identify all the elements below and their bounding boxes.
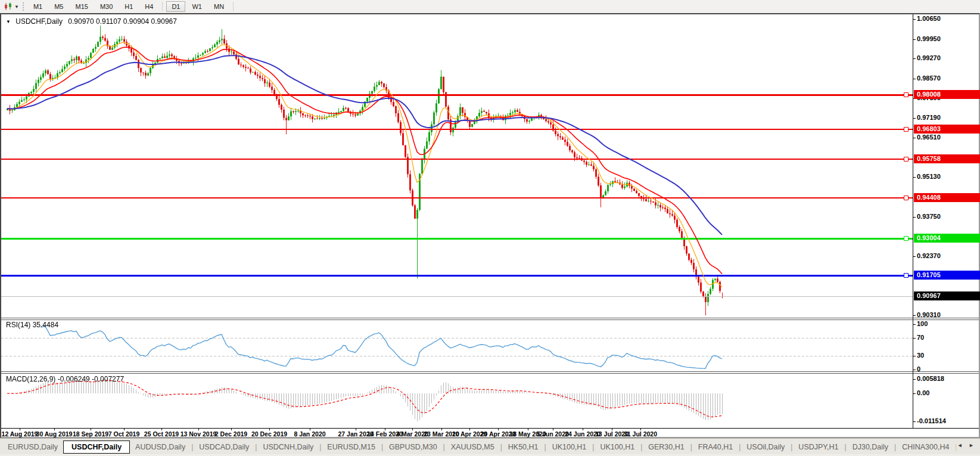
rsi-tick-label: 70 xyxy=(917,334,924,341)
level-price-label[interactable]: 0.96803 xyxy=(914,125,980,134)
chart-tab-usdchf-daily[interactable]: USDCHF,Daily xyxy=(63,441,130,454)
price-axis-line[interactable] xyxy=(913,14,913,428)
symbol-dropdown-icon[interactable]: ▼ xyxy=(6,19,11,24)
chart-tab-usdjpy-h1[interactable]: USDJPY,H1 xyxy=(793,441,844,453)
price-tick-label: 0.97190 xyxy=(917,114,941,121)
tab-scroll-arrows-icon[interactable]: ◄ ► xyxy=(957,442,976,448)
chart-tab-usdcnh-daily[interactable]: USDCNH,Daily xyxy=(257,441,319,453)
price-tick-label: 1.00650 xyxy=(917,15,941,22)
date-tick xyxy=(161,428,162,430)
date-tick xyxy=(469,428,470,430)
macd-tick-label: 0.005818 xyxy=(917,375,944,382)
level-price-label[interactable]: 0.91705 xyxy=(914,271,980,280)
axis-tick xyxy=(913,118,916,119)
toolbar-separator xyxy=(162,2,163,11)
date-tick xyxy=(553,428,553,430)
date-label: 2 Dec 2019 xyxy=(215,430,247,438)
candlestick-icon xyxy=(4,2,13,11)
chart-tab-eurusd-daily[interactable]: EURUSD,Daily xyxy=(2,441,63,453)
chart-tab-gbpusd-m30[interactable]: GBPUSD,M30 xyxy=(384,441,443,453)
timeframe-button-m30[interactable]: M30 xyxy=(95,1,118,12)
timeframe-button-d1[interactable]: D1 xyxy=(166,1,185,12)
timeframe-button-m5[interactable]: M5 xyxy=(49,1,69,12)
chart-window: ▼ USDCHF,Daily 0.90970 0.91107 0.90904 0… xyxy=(0,13,980,438)
date-label: 13 Nov 2019 xyxy=(181,430,217,438)
axis-tick xyxy=(913,256,916,257)
pane-separator-rsi[interactable] xyxy=(1,318,979,320)
axis-tick xyxy=(913,421,916,422)
date-tick xyxy=(385,428,385,430)
axis-tick xyxy=(913,370,916,370)
date-label: 7 Oct 2019 xyxy=(108,430,140,438)
axis-tick xyxy=(913,324,916,325)
chart-tab-uk100-h1[interactable]: UK100,H1 xyxy=(547,441,592,453)
date-tick xyxy=(640,428,641,430)
date-label: 5 Jun 2020 xyxy=(537,430,569,438)
tab-separator: | xyxy=(954,443,956,451)
price-chart-canvas[interactable] xyxy=(1,14,913,428)
timeframe-button-m1[interactable]: M1 xyxy=(28,1,48,12)
date-tick xyxy=(198,428,199,430)
rsi-label: RSI(14) 35.4484 xyxy=(6,321,58,329)
date-tick xyxy=(356,428,356,430)
chart-type-icon[interactable] xyxy=(2,2,14,11)
axis-tick xyxy=(913,138,916,138)
chart-tab-uk100-h1[interactable]: UK100,H1 xyxy=(595,441,640,453)
rsi-tick-label: 30 xyxy=(917,352,924,359)
macd-label: MACD(12,26,9) -0.006249 -0.007277 xyxy=(6,375,124,383)
axis-tick xyxy=(913,177,916,178)
level-price-label[interactable]: 0.93004 xyxy=(914,234,980,243)
level-price-label[interactable]: 0.95758 xyxy=(914,154,980,163)
timeframe-button-h4[interactable]: H4 xyxy=(139,1,158,12)
date-tick xyxy=(231,428,232,430)
axis-tick xyxy=(913,338,916,339)
toolbar-grip[interactable] xyxy=(23,2,24,11)
chart-tab-ger30-h1[interactable]: GER30,H1 xyxy=(643,441,689,453)
price-tick-label: 0.99270 xyxy=(917,54,941,61)
chart-tab-eurusd-m15[interactable]: EURUSD,M15 xyxy=(322,441,381,453)
price-tick-label: 0.93750 xyxy=(917,213,941,220)
date-tick xyxy=(269,428,270,430)
axis-tick xyxy=(913,39,916,40)
chart-title: ▼ USDCHF,Daily 0.90970 0.91107 0.90904 0… xyxy=(6,17,177,26)
mt4-window: ▼ M1M5M15M30H1H4D1W1MN ▼ USDCHF,Daily 0.… xyxy=(0,0,980,456)
chart-tab-usoil-daily[interactable]: USOil,Daily xyxy=(741,441,790,453)
timeframe-buttons: M1M5M15M30H1H4D1W1MN xyxy=(27,0,237,13)
price-tick-label: 0.99950 xyxy=(917,35,941,42)
date-tick xyxy=(124,428,125,430)
chart-tab-bar: EURUSD,DailyUSDCHF,DailyAUDUSD,Daily|USD… xyxy=(0,438,980,456)
price-tick-label: 0.95130 xyxy=(917,173,941,180)
date-tick xyxy=(612,428,612,430)
axis-tick xyxy=(913,315,916,316)
timeframe-button-w1[interactable]: W1 xyxy=(186,1,207,12)
date-label: 20 Dec 2019 xyxy=(251,430,287,438)
chart-symbol: USDCHF,Daily xyxy=(15,17,63,26)
level-price-label[interactable]: 0.94408 xyxy=(914,193,980,202)
chart-tab-xauusd-m5[interactable]: XAUUSD,M5 xyxy=(446,441,500,453)
chart-tab-china300-h4[interactable]: CHINA300,H4 xyxy=(897,441,954,453)
chart-type-dropdown-icon[interactable]: ▼ xyxy=(14,4,19,10)
price-tick-label: 0.96510 xyxy=(917,134,941,141)
level-price-label[interactable]: 0.98008 xyxy=(914,90,980,99)
timeframe-button-m15[interactable]: M15 xyxy=(70,1,93,12)
chart-tab-fra40-h1[interactable]: FRA40,H1 xyxy=(693,441,738,453)
axis-tick xyxy=(913,79,916,79)
axis-tick xyxy=(913,19,916,20)
toolbar-separator xyxy=(233,2,234,11)
chart-tab-usdcad-daily[interactable]: USDCAD,Daily xyxy=(194,441,254,453)
timeframe-button-h1[interactable]: H1 xyxy=(119,1,138,12)
date-label: 8 Jan 2020 xyxy=(294,430,325,438)
date-tick xyxy=(20,428,20,430)
chart-tab-dj30-daily[interactable]: DJ30,Daily xyxy=(847,441,894,453)
timeframe-button-mn[interactable]: MN xyxy=(209,1,229,12)
date-label: 31 Jul 2020 xyxy=(624,430,657,438)
chart-tab-audusd-daily[interactable]: AUDUSD,Daily xyxy=(130,441,191,453)
date-label: 18 Sep 2019 xyxy=(73,430,108,438)
date-label: 12 Aug 2019 xyxy=(2,430,38,438)
price-tick-label: 0.98570 xyxy=(917,75,941,82)
date-tick xyxy=(412,428,413,430)
macd-tick-label: -0.011514 xyxy=(917,417,946,424)
chart-tab-hk50-h1[interactable]: HK50,H1 xyxy=(503,441,544,453)
date-label: 25 Oct 2019 xyxy=(144,430,179,438)
pane-separator-macd[interactable] xyxy=(1,371,979,374)
